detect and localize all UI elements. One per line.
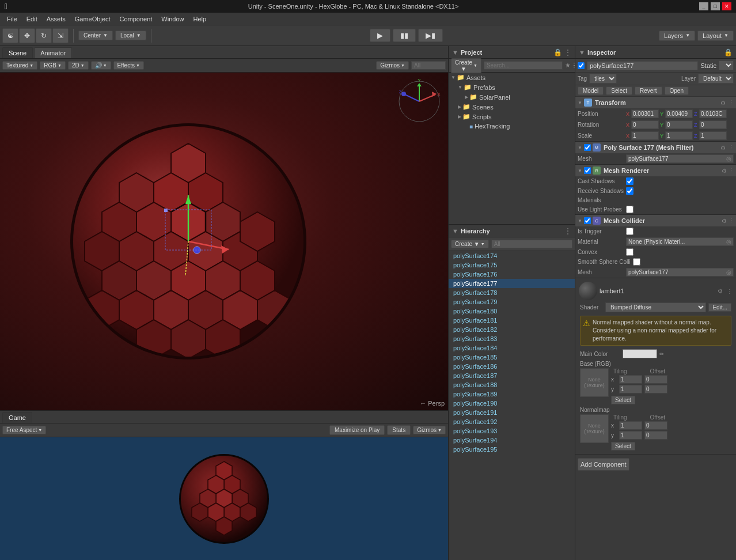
base-tile-y-input[interactable] — [619, 385, 642, 393]
color-dropdown[interactable]: RGB — [40, 61, 66, 70]
pos-x-input[interactable] — [631, 109, 659, 118]
cast-shadows-checkbox[interactable] — [626, 177, 633, 185]
hier-item-11[interactable]: polySurface185 — [449, 353, 575, 362]
menu-help[interactable]: Help — [188, 14, 211, 24]
obj-active-checkbox[interactable] — [578, 62, 585, 69]
2d-toggle[interactable]: 2D — [68, 61, 89, 70]
shading-dropdown[interactable]: Textured — [2, 61, 37, 70]
audio-toggle[interactable]: 🔊 — [91, 61, 111, 70]
collider-mesh-target-icon[interactable]: ◎ — [726, 269, 731, 275]
hier-item-6[interactable]: polySurface180 — [449, 307, 575, 316]
mesh-filter-header[interactable]: ▼ M Poly Surface 177 (Mesh Filter) ⚙ ⋮ — [575, 142, 736, 153]
project-fav-icon[interactable]: ★ — [565, 62, 571, 69]
transform-menu-icon[interactable]: ⋮ — [729, 100, 734, 105]
base-select-button[interactable]: Select — [611, 396, 635, 404]
mesh-filter-checkbox[interactable] — [584, 144, 591, 151]
shader-dropdown[interactable]: Bumped Diffuse — [605, 302, 706, 312]
tree-item-prefabs[interactable]: ▼ 📁 Prefabs — [449, 82, 575, 92]
hier-item-20[interactable]: polySurface194 — [449, 436, 575, 445]
pos-z-input[interactable] — [699, 109, 727, 118]
tree-item-assets[interactable]: ▼ 📁 Assets — [449, 73, 575, 82]
convex-checkbox[interactable] — [626, 248, 633, 256]
menu-window[interactable]: Window — [157, 14, 188, 24]
static-dropdown[interactable] — [719, 60, 734, 70]
rot-z-input[interactable] — [699, 120, 727, 129]
scene-view[interactable]: Y X Z ← Persp — [0, 73, 448, 410]
tab-scene[interactable]: Scene — [2, 47, 33, 58]
mesh-renderer-gear-icon[interactable]: ⚙ — [722, 168, 727, 174]
inspector-lock-icon[interactable]: 🔒 — [724, 48, 733, 56]
normalmap-texture-thumb[interactable]: None (Texture) — [580, 414, 609, 443]
norm-tile-y-input[interactable] — [619, 431, 642, 440]
obj-name-input[interactable] — [587, 61, 698, 70]
model-button[interactable]: Model — [578, 86, 604, 95]
rot-y-input[interactable] — [665, 120, 693, 129]
tree-item-hextracking[interactable]: ▶ ■ HexTracking — [449, 122, 575, 131]
hier-item-14[interactable]: polySurface188 — [449, 380, 575, 389]
hier-item-8[interactable]: polySurface182 — [449, 325, 575, 334]
norm-offset-x-input[interactable] — [644, 421, 667, 430]
revert-button[interactable]: Revert — [635, 86, 662, 95]
hier-item-21[interactable]: polySurface195 — [449, 445, 575, 454]
layout-button[interactable]: Layout — [697, 31, 734, 41]
project-lock-icon[interactable]: 🔒 — [553, 48, 562, 56]
main-color-edit-icon[interactable]: ✏ — [659, 351, 664, 357]
maximize-button[interactable]: □ — [711, 2, 720, 10]
base-rgb-texture-thumb[interactable]: None (Texture) — [580, 368, 609, 397]
use-light-probes-checkbox[interactable] — [626, 206, 633, 213]
gizmos-dropdown[interactable]: Gizmos — [376, 61, 409, 70]
game-gizmos-dropdown[interactable]: Gizmos — [413, 426, 446, 434]
transform-header[interactable]: ▼ T Transform ⚙ ⋮ — [575, 97, 736, 108]
norm-offset-y-input[interactable] — [644, 431, 667, 440]
shader-edit-button[interactable]: Edit... — [708, 303, 731, 312]
menu-assets[interactable]: Assets — [42, 14, 70, 24]
select-button[interactable]: Select — [606, 86, 632, 95]
tab-animator[interactable]: Animator — [34, 47, 72, 58]
stats-button[interactable]: Stats — [387, 425, 411, 435]
material-gear-icon[interactable]: ⚙ — [718, 288, 723, 294]
layer-dropdown[interactable]: Default — [698, 74, 734, 84]
main-color-swatch[interactable] — [623, 349, 657, 358]
project-create-button[interactable]: Create ▼ — [451, 58, 481, 73]
tag-dropdown[interactable]: tiles — [589, 74, 617, 84]
hier-item-4[interactable]: polySurface178 — [449, 288, 575, 297]
menu-edit[interactable]: Edit — [22, 14, 42, 24]
is-trigger-checkbox[interactable] — [626, 228, 633, 235]
mesh-filter-target-icon[interactable]: ◎ — [726, 156, 731, 162]
transform-gear-icon[interactable]: ⚙ — [720, 100, 726, 106]
rotate-tool-button[interactable]: ↻ — [36, 28, 52, 43]
hier-item-3[interactable]: polySurface177 — [449, 279, 575, 288]
rot-x-input[interactable] — [631, 120, 659, 129]
close-button[interactable]: ✕ — [722, 2, 731, 10]
mesh-filter-menu-icon[interactable]: ⋮ — [729, 145, 734, 150]
effects-dropdown[interactable]: Effects — [113, 61, 144, 70]
hier-item-16[interactable]: polySurface190 — [449, 399, 575, 408]
mesh-renderer-header[interactable]: ▼ R Mesh Renderer ⚙ ⋮ — [575, 165, 736, 176]
open-button[interactable]: Open — [665, 86, 689, 95]
mesh-collider-menu-icon[interactable]: ⋮ — [729, 218, 734, 224]
hierarchy-search-input[interactable] — [491, 240, 572, 248]
scale-y-input[interactable] — [665, 131, 693, 140]
layers-button[interactable]: Layers — [659, 31, 695, 41]
norm-select-button[interactable]: Select — [611, 442, 635, 451]
hier-item-2[interactable]: polySurface176 — [449, 270, 575, 279]
hierarchy-menu-icon[interactable]: ⋮ — [564, 227, 571, 235]
hand-tool-button[interactable]: ☯ — [2, 28, 18, 43]
norm-tile-x-input[interactable] — [619, 421, 642, 430]
local-global-button[interactable]: Local — [115, 31, 146, 40]
center-pivot-button[interactable]: Center — [78, 31, 113, 40]
project-menu-icon[interactable]: ⋮ — [564, 48, 571, 56]
hierarchy-create-button[interactable]: Create ▼ — [451, 240, 489, 248]
hier-item-13[interactable]: polySurface187 — [449, 371, 575, 380]
tab-game[interactable]: Game — [2, 412, 32, 423]
maximize-on-play-button[interactable]: Maximize on Play — [329, 425, 385, 435]
mesh-filter-gear-icon[interactable]: ⚙ — [720, 145, 726, 151]
hier-item-7[interactable]: polySurface181 — [449, 316, 575, 325]
hier-item-18[interactable]: polySurface192 — [449, 417, 575, 426]
hier-item-12[interactable]: polySurface186 — [449, 362, 575, 371]
mesh-collider-checkbox[interactable] — [584, 217, 591, 224]
add-component-button[interactable]: Add Component — [578, 458, 629, 471]
mesh-collider-header[interactable]: ▼ C Mesh Collider ⚙ ⋮ — [575, 215, 736, 226]
hier-item-5[interactable]: polySurface179 — [449, 297, 575, 307]
hier-item-0[interactable]: polySurface174 — [449, 251, 575, 260]
